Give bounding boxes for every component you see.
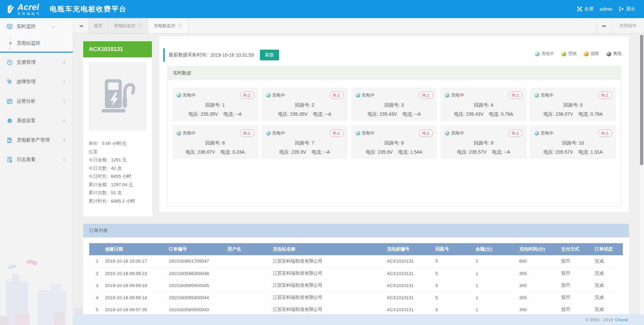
monitor-icon [7, 23, 13, 30]
username: admin [600, 6, 612, 12]
stat-total-amount: 累计金额:1297.04 元 [89, 181, 147, 189]
terminate-button[interactable]: 终止 [419, 92, 433, 99]
tab-close-icon[interactable]: × [138, 23, 143, 28]
realtime-data-title: 实时数据 [168, 67, 621, 79]
sidebar-subitem-label: 充电站监控 [17, 40, 40, 46]
logo-subtext: 安科瑞电气 [17, 12, 41, 15]
scrollbar-thumb[interactable] [640, 35, 643, 165]
chevron-left-icon [63, 61, 67, 64]
charging-status-icon [176, 131, 181, 136]
table-row: 22019-10-16 09:59:231910163596300046江苏安科… [89, 267, 623, 279]
vertical-scrollbar[interactable] [639, 34, 644, 314]
terminate-button[interactable]: 终止 [598, 92, 612, 99]
pile-image-box [89, 62, 147, 131]
close-operations-button[interactable]: 关闭操作 [612, 18, 644, 33]
charging-status-icon [266, 131, 271, 136]
chevron-left-icon [63, 80, 67, 84]
collection-time-row: 最新数据采集时间: 2019-10-16 10:31:59 刷新 [159, 48, 279, 62]
tab-close-icon[interactable]: × [178, 23, 182, 28]
chevron-left-icon [63, 158, 67, 162]
tabs-scroll-forward-button[interactable]: ▶▶ [596, 18, 612, 33]
sidebar-item-logs[interactable]: 日志查看 [0, 150, 73, 169]
col-create-date: 创建日期 [104, 243, 168, 255]
stat-unit-price: 单价:5.00 小时/元 [89, 140, 147, 148]
tab-station-monitor[interactable]: 充电站监控 × [108, 18, 148, 33]
charging-status-icon [176, 93, 181, 98]
footer: © 2003 - 2019 ©Acrel [73, 314, 644, 325]
stat-today-count: 今日次数:42 次 [89, 164, 147, 173]
orders-panel: 订单列表 创建日期 订单编号 用户名 充电站名称 [83, 224, 629, 325]
terminate-button[interactable]: 终止 [508, 92, 523, 99]
current-value: --A [325, 111, 331, 117]
page-title: 电瓶车充电桩收费平台 [50, 4, 127, 14]
brand-link[interactable]: ©Acrel [615, 317, 628, 322]
table-row: 52019-10-16 09:57:351910163585500043江苏安科… [89, 304, 623, 316]
logout-label: 退出 [626, 6, 635, 12]
current-value: --A [235, 111, 242, 117]
terminate-button[interactable]: 终止 [419, 129, 433, 137]
current-value: 0.79A [501, 111, 513, 117]
sidebar-item-transactions[interactable]: ¥ 交易管理 [0, 53, 73, 72]
circuit-card-8: 充电中终止 回路号: 8 电压:235.9V电流:1.54A [351, 125, 437, 159]
charging-pile-icon [7, 137, 13, 143]
legend-charging: 充电中 [535, 51, 554, 57]
col-pile-no: 充电桩编号 [386, 243, 435, 255]
circuit-no: 2 [312, 102, 314, 108]
circuit-card-10: 充电中终止 回路号: 10 电压:235.57V电流:1.31A [530, 125, 616, 159]
voltage-value: 235.57V [469, 149, 486, 155]
terminate-button[interactable]: 终止 [330, 129, 344, 137]
voltage-value: 235.9V [378, 149, 393, 155]
tabs-scroll-back-button[interactable]: ◀◀ [73, 18, 89, 33]
col-charge-minutes: 充电时间(分) [519, 243, 560, 255]
charging-status-icon [445, 131, 449, 136]
tab-label: 首页 [94, 23, 103, 29]
current-value: --A [415, 111, 421, 117]
col-order-no: 订单编号 [168, 243, 227, 255]
circuit-card-5: 充电中终止 回路号: 5 电压:236.07V电流:0.78A [530, 88, 616, 121]
charging-status-icon [266, 93, 271, 98]
charging-status-icon [356, 131, 360, 136]
voltage-value: 235.9V [291, 149, 306, 155]
circuit-no: 1 [222, 102, 225, 108]
current-value: 0.78A [590, 111, 603, 117]
terminate-button[interactable]: 终止 [508, 129, 523, 137]
sidebar-item-operation-analysis[interactable]: 运营分析 [0, 92, 73, 111]
legend-idle: 空闲 [561, 51, 577, 57]
fullscreen-button[interactable]: 全屏 [577, 6, 594, 12]
chevron-left-icon [63, 100, 67, 103]
col-circuit-no: 回路号 [435, 243, 475, 255]
tab-home[interactable]: 首页 [89, 18, 108, 33]
terminate-button[interactable]: 终止 [240, 129, 254, 137]
table-row: 12019-10-16 10:00:171910163601700047江苏安科… [89, 255, 623, 267]
sidebar-item-pile-assets[interactable]: 充电桩资产管理 [0, 130, 73, 150]
sidebar-item-faults[interactable]: 故障管理 [0, 72, 73, 92]
terminate-button[interactable]: 终止 [330, 92, 344, 99]
charging-pump-icon [96, 74, 140, 119]
stat-location: 位置: [89, 148, 147, 156]
accent-bar [163, 48, 165, 62]
circuit-card-2: 充电中终止 回路号: 2 电压:235.35V电流:--A [262, 88, 348, 121]
stat-total-duration: 累计时长:6485.2 小时 [89, 197, 147, 206]
logout-button[interactable]: 退出 [619, 6, 635, 12]
acrel-logo: Acrel 安科瑞电气 [7, 3, 41, 15]
tab-label: 充电站监控 [114, 23, 136, 29]
refresh-button[interactable]: 刷新 [260, 50, 279, 60]
stat-today-duration: 今日时长:6455 小时 [89, 172, 147, 181]
sidebar-item-label: 充电桩资产管理 [17, 137, 50, 143]
fullscreen-label: 全屏 [584, 6, 594, 12]
terminate-button[interactable]: 终止 [598, 129, 612, 137]
col-username: 用户名 [227, 243, 272, 255]
user-menu[interactable]: admin [600, 6, 612, 12]
sidebar-item-station-monitor[interactable]: 充电站监控 [0, 35, 73, 52]
circuit-no: 7 [312, 140, 314, 146]
current-value: --A [324, 149, 330, 155]
tools-icon [7, 79, 13, 85]
circuit-no: 5 [580, 102, 583, 108]
tab-pile-monitor[interactable]: 充电桩监控 × [148, 18, 188, 33]
voltage-value: 235.35V [290, 111, 308, 117]
sidebar-item-system-settings[interactable]: 系统设置 [0, 111, 73, 130]
terminate-button[interactable]: 终止 [240, 92, 254, 99]
sidebar-item-label: 系统设置 [17, 118, 36, 124]
sidebar-item-realtime-monitor[interactable]: 实时监控 [0, 18, 73, 35]
current-value: 1.54A [410, 149, 423, 155]
